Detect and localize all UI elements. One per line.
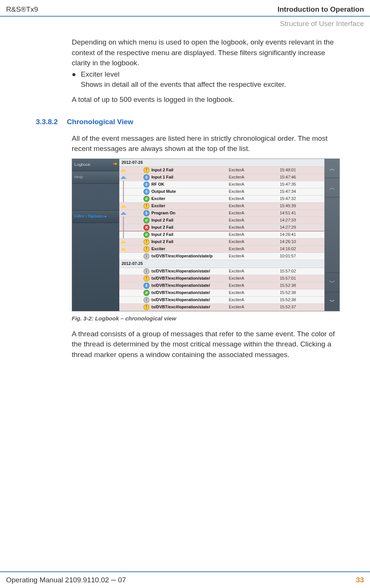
event-row[interactable]: iProgram OnExciterA14:51:41 [119, 210, 324, 217]
chrono-paragraph: All of the event messages are listed her… [72, 133, 336, 154]
thread-marker-icon[interactable] [119, 245, 128, 252]
event-row[interactable]: itx/DVBT/exc#/operation/state/ExciterA15… [119, 282, 324, 289]
event-row[interactable]: !Input 2 FailExciterA14:26:10 [119, 239, 324, 246]
scroll-up-button[interactable]: ︿ [325, 178, 339, 197]
footer-left: Operating Manual 2109.9110.02 ─ 07 [6, 576, 126, 584]
thread-marker-icon[interactable] [119, 181, 128, 188]
event-message: Input 1 Fail [151, 174, 229, 181]
chevron-right-icon: ▸ [105, 214, 107, 219]
sidebar-item-filter[interactable]: Filter / Options▸ [72, 210, 119, 223]
event-time: 15:52:37 [280, 311, 306, 311]
thread-marker-icon[interactable] [119, 209, 128, 217]
thread-marker-icon[interactable] [119, 166, 128, 174]
event-time: 15:47:34 [280, 188, 306, 195]
thread-marker-icon[interactable] [119, 252, 128, 260]
sidebar-item-help[interactable]: Help [72, 171, 119, 184]
event-message: tx/DVBT/exc#/operation/state/ [151, 296, 229, 303]
event-time: 15:52:38 [280, 282, 306, 289]
event-row[interactable]: ✓ExciterExciterA15:47:32 [119, 195, 324, 203]
event-row[interactable]: itx/DVBT/exc#/operation/state/ExciterA15… [119, 297, 324, 304]
event-time: 15:48:01 [280, 166, 306, 174]
event-time: 14:26:10 [280, 238, 306, 245]
event-message: RF OK [151, 181, 229, 188]
event-row[interactable]: !tx/DVBT/exc#/operation/state/ExciterA15… [119, 275, 324, 282]
event-row[interactable]: !Input 2 FailExciterA15:48:01 [119, 167, 324, 174]
event-message: tx/DVBT/exc#/operation/state/ [151, 303, 229, 311]
event-row[interactable]: ✓tx/DVBT/exc#/operation/state/ExciterA15… [119, 289, 324, 297]
ok-icon: ✓ [143, 196, 150, 202]
event-message: Input 2 Fail [151, 224, 229, 231]
grey-icon: i [143, 268, 150, 274]
event-row[interactable]: ✓Input 2 FailExciterA14:27:33 [119, 217, 324, 224]
thread-marker-icon[interactable] [119, 311, 128, 311]
thread-marker-icon[interactable] [119, 289, 128, 296]
intro-paragraph: Depending on which menu is used to open … [72, 37, 336, 68]
event-time: 14:27:33 [280, 217, 306, 224]
thread-marker-icon[interactable] [119, 296, 128, 303]
event-time: 14:16:02 [280, 245, 306, 252]
event-message: Output Mute [151, 188, 229, 195]
thread-marker-icon[interactable] [119, 268, 128, 275]
scroll-top-button[interactable]: ︽ [325, 159, 339, 178]
thread-marker-icon[interactable] [119, 202, 128, 209]
event-time: 14:27:29 [280, 224, 306, 231]
scroll-bottom-button[interactable]: ︾ [325, 292, 339, 311]
event-time: 15:47:46 [280, 174, 306, 181]
figure-caption: Fig. 3-2: Logbook – chronological view [72, 314, 336, 323]
thread-marker-icon[interactable] [119, 282, 128, 289]
event-time: 15:52:37 [280, 303, 306, 311]
event-source: ExciterA [229, 166, 280, 174]
event-row[interactable]: ✓Input 2 FailExciterA14:26:41 [119, 231, 324, 239]
event-source: ExciterA [229, 202, 280, 209]
app-sidebar: Logbook Help Filter / Options▸ [72, 159, 119, 311]
event-list: 2012-07-26 !Input 2 FailExciterA15:48:01… [119, 159, 324, 311]
thread-marker-icon[interactable] [119, 188, 128, 195]
scroll-down-button[interactable]: ﹀ [325, 273, 339, 292]
thread-marker-icon[interactable] [119, 217, 128, 224]
event-time: 15:47:32 [280, 195, 306, 202]
event-time: 15:52:38 [280, 296, 306, 303]
sidebar-item-logbook[interactable]: Logbook [72, 159, 119, 171]
footer-page-number: 33 [356, 576, 364, 584]
event-time: 15:47:35 [280, 181, 306, 188]
thread-marker-icon[interactable] [119, 231, 128, 238]
page-header: R&S®Tx9 Introduction to Operation [0, 0, 370, 17]
filter-label: Filter / Options [74, 214, 104, 219]
warn-icon: ! [143, 304, 150, 310]
event-time: 14:51:41 [280, 209, 306, 217]
event-source: ExciterA [229, 303, 280, 311]
thread-marker-icon[interactable] [119, 174, 128, 181]
event-row[interactable]: iInput 1 FailExciterA15:47:46 [119, 174, 324, 181]
event-source: ExciterA [229, 252, 280, 260]
info-icon: i [143, 182, 150, 188]
bullet-title: Exciter level [81, 69, 286, 80]
thread-marker-icon[interactable] [119, 238, 128, 245]
page-footer: Operating Manual 2109.9110.02 ─ 07 33 [0, 571, 370, 588]
thread-marker-icon[interactable] [119, 224, 128, 231]
date-header-1: 2012-07-25 [119, 260, 324, 268]
event-row[interactable]: !ExciterExciterA14:16:02 [119, 246, 324, 253]
event-source: ExciterA [229, 231, 280, 238]
thread-marker-icon[interactable] [119, 195, 128, 202]
event-row[interactable]: iRF OKExciterA15:47:35 [119, 181, 324, 188]
event-time: 15:57:02 [280, 268, 306, 275]
scroll-track[interactable] [325, 197, 339, 273]
event-message: tx/DVBT/exc#/operation/state/ [151, 275, 229, 282]
event-time: 15:52:38 [280, 289, 306, 296]
event-source: ExciterA [229, 296, 280, 303]
section-number: 3.3.8.2 [36, 117, 58, 127]
event-message: Input 2 Fail [151, 166, 229, 174]
event-message: Program On [151, 209, 229, 217]
event-row[interactable]: !tx/DVBT/exc#/operation/state/ExciterA15… [119, 304, 324, 311]
event-row[interactable]: iOutput MuteExciterA15:47:34 [119, 188, 324, 195]
thread-marker-icon[interactable] [119, 303, 128, 311]
ok-icon: ✓ [143, 290, 150, 296]
event-row[interactable]: itx/DVBT/exc#/operation/state/pExciterA1… [119, 253, 324, 260]
event-row[interactable]: !ExciterExciterA15:45:39 [119, 203, 324, 210]
event-row[interactable]: itx/DVBT/exc#/operation/state/ExciterA15… [119, 268, 324, 275]
bullet-body: Shows in detail all of the events that a… [81, 79, 286, 90]
thread-marker-icon[interactable] [119, 275, 128, 282]
event-row[interactable]: ✕Input 2 FailExciterA14:27:29 [119, 224, 324, 231]
sub-header: Structure of User Interface [0, 17, 370, 37]
event-source: ExciterA [229, 174, 280, 181]
